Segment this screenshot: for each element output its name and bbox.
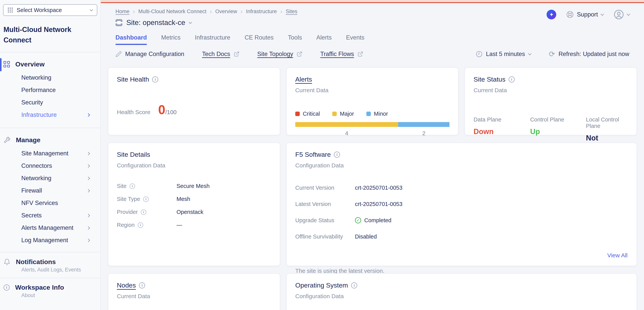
info-icon[interactable]: i [141, 210, 146, 215]
pencil-icon [116, 51, 122, 57]
info-icon[interactable]: i [139, 282, 145, 288]
tab-dashboard[interactable]: Dashboard [116, 34, 147, 45]
breadcrumb-separator: › [210, 8, 212, 15]
breadcrumb-home[interactable]: Home [116, 8, 130, 14]
health-score-label: Health Score [117, 109, 150, 116]
site-status-card: Site Status i Current Data Data Plane Do… [464, 68, 637, 135]
info-icon[interactable]: i [138, 222, 143, 228]
info-icon[interactable]: i [152, 76, 158, 82]
bell-icon [4, 258, 10, 266]
manage-configuration-button[interactable]: Manage Configuration [116, 50, 184, 58]
notifications-subtext: Alerts, Audit Logs, Events [0, 266, 100, 273]
alerts-card: Alerts Current Data CriticalMajorMinor 4… [286, 68, 458, 135]
sparkle-icon: ✦ [549, 12, 554, 18]
traffic-flows-link[interactable]: Traffic Flows [320, 50, 363, 58]
check-circle-icon: ✓ [355, 217, 361, 224]
divider [0, 128, 100, 128]
info-icon[interactable]: i [334, 152, 340, 158]
sidebar-item-nfv-services[interactable]: NFV Services [0, 197, 100, 209]
breadcrumb-separator: › [133, 8, 135, 15]
breadcrumb-infrastructure[interactable]: Infrastructure [246, 8, 277, 14]
page-title: Site: openstack-ce [126, 18, 185, 27]
view-all-link[interactable]: View All [607, 252, 628, 259]
breadcrumb-mcnc[interactable]: Multi-Cloud Network Connect [138, 8, 206, 14]
sidebar-item-workspace-info[interactable]: i Workspace Info [0, 284, 100, 291]
sidebar-item-manage-networking[interactable]: Networking [0, 172, 100, 184]
operating-system-title: Operating System [295, 282, 348, 289]
detail-row-latest-version: Latest Version crt-20250701-0053 [295, 196, 628, 212]
detail-row-region: Regioni — [117, 218, 271, 232]
time-range-selector[interactable]: Last 5 minutes [476, 50, 531, 58]
workspace-grid-icon [8, 8, 13, 12]
sidebar-item-secrets[interactable]: Secrets [0, 209, 100, 222]
clock-icon [476, 51, 482, 57]
info-icon[interactable]: i [351, 282, 357, 288]
breadcrumb-overview[interactable]: Overview [215, 8, 237, 14]
tech-docs-link[interactable]: Tech Docs [202, 50, 240, 58]
sidebar-section-manage[interactable]: Manage [0, 136, 100, 144]
info-icon: i [4, 284, 10, 290]
operating-system-subtitle: Configuration Data [295, 293, 628, 300]
nodes-card: Nodes i Current Data [108, 274, 280, 310]
toolbar: Manage Configuration Tech Docs Site Topo… [101, 50, 644, 58]
chevron-right-icon [86, 189, 90, 192]
account-menu[interactable] [614, 9, 630, 20]
chevron-right-icon [86, 164, 90, 168]
site-details-title: Site Details [117, 151, 150, 158]
tab-tools[interactable]: Tools [288, 34, 302, 45]
sidebar-item-performance[interactable]: Performance [0, 84, 100, 96]
title-dropdown-chevron-icon[interactable] [189, 20, 192, 24]
sidebar-item-infrastructure[interactable]: Infrastructure [0, 109, 100, 121]
tab-events[interactable]: Events [346, 34, 364, 45]
tab-alerts[interactable]: Alerts [316, 34, 332, 45]
avatar-icon [614, 9, 624, 20]
chevron-down-icon [528, 52, 532, 55]
tab-infrastructure[interactable]: Infrastructure [195, 34, 230, 45]
tab-metrics[interactable]: Metrics [161, 34, 180, 45]
sidebar-item-firewall[interactable]: Firewall [0, 184, 100, 197]
sidebar-item-security[interactable]: Security [0, 96, 100, 109]
ai-assistant-button[interactable]: ✦ [546, 10, 556, 20]
detail-row-site: Sitei Secure Mesh [117, 180, 271, 192]
f5-software-card: F5 Software i Configuration Data Current… [286, 142, 637, 266]
f5-software-title: F5 Software [295, 151, 331, 158]
external-link-icon [234, 51, 240, 57]
info-icon[interactable]: i [508, 76, 515, 82]
site-details-card: Site Details Configuration Data Sitei Se… [108, 142, 280, 266]
nodes-title-link[interactable]: Nodes [117, 282, 136, 289]
sidebar-item-notifications[interactable]: Notifications [0, 258, 100, 266]
sidebar-item-alerts-management[interactable]: Alerts Management [0, 222, 100, 234]
alerts-title-link[interactable]: Alerts [295, 76, 312, 83]
detail-row-site-type: Site Typei Mesh [117, 192, 271, 206]
chevron-right-icon [86, 113, 90, 117]
site-status-title: Site Status [474, 76, 505, 83]
tab-ce-routes[interactable]: CE Routes [244, 34, 274, 45]
legend-swatch-icon [295, 112, 300, 116]
nodes-subtitle: Current Data [117, 293, 271, 300]
info-icon[interactable]: i [143, 196, 148, 202]
sidebar: Select Workspace Multi-Cloud Network Con… [0, 0, 101, 310]
page-header: Home › Multi-Cloud Network Connect › Ove… [101, 3, 644, 27]
refresh-button[interactable]: ⟳ Refresh: Updated just now [549, 50, 629, 58]
top-alert-banner [101, 0, 644, 3]
site-topology-link[interactable]: Site Topology [257, 50, 303, 58]
f5-software-subtitle: Configuration Data [295, 162, 628, 169]
info-icon[interactable]: i [130, 184, 135, 189]
legend-item: Critical [295, 111, 320, 117]
sidebar-item-networking[interactable]: Networking [0, 72, 100, 84]
sidebar-item-log-management[interactable]: Log Management [0, 234, 100, 246]
site-health-card: Site Health i Health Score 0 /100 [108, 68, 280, 135]
breadcrumb-sites[interactable]: Sites [286, 8, 298, 14]
alerts-stacked-bar [295, 122, 450, 127]
alerts-bar-labels: 42 [295, 130, 450, 136]
divider [0, 52, 100, 52]
divider [0, 278, 100, 278]
breadcrumb-separator: › [241, 8, 242, 15]
support-menu[interactable]: Support [566, 11, 604, 18]
sidebar-item-site-management[interactable]: Site Management [0, 147, 100, 160]
workspace-selector[interactable]: Select Workspace [3, 4, 97, 16]
sidebar-item-connectors[interactable]: Connectors [0, 160, 100, 172]
main-content: Home › Multi-Cloud Network Connect › Ove… [101, 0, 644, 310]
sidebar-section-overview[interactable]: Overview [0, 60, 100, 68]
workspace-info-subtext: About [0, 291, 100, 298]
